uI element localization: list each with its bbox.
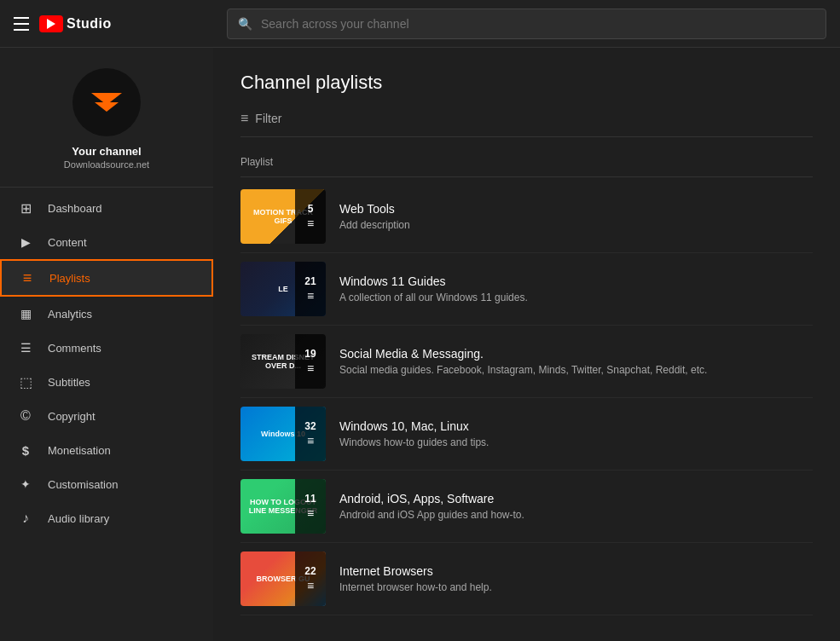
- playlist-desc-browsers: Internet browser how-to and help.: [339, 581, 813, 593]
- count-lines-icon: ≡: [307, 434, 314, 448]
- channel-info: Your channel Downloadsource.net: [0, 48, 213, 183]
- playlist-desc-social-media: Social media guides. Facebook, Instagram…: [339, 364, 813, 376]
- count-number: 32: [304, 420, 316, 432]
- playlist-info-browsers: Internet Browsers Internet browser how-t…: [339, 564, 813, 593]
- count-lines-icon: ≡: [307, 506, 314, 520]
- studio-text: Studio: [67, 16, 112, 32]
- count-number: 19: [304, 348, 316, 360]
- layout: Your channel Downloadsource.net Dashboar…: [0, 48, 840, 641]
- filter-label: Filter: [255, 112, 281, 125]
- content-icon: [17, 234, 34, 251]
- sidebar-item-label-audio: Audio library: [48, 512, 109, 525]
- sidebar-item-label-dashboard: Dashboard: [48, 202, 102, 215]
- playlist-name-browsers: Internet Browsers: [339, 564, 813, 578]
- playlist-desc-web-tools: Add description: [339, 219, 813, 231]
- subtitles-icon: [17, 373, 34, 390]
- playlist-name-windows-11: Windows 11 Guides: [339, 274, 813, 288]
- playlist-thumb-android: HOW TO LOGOUT LINE MESSENGER 11 ≡: [240, 479, 326, 534]
- playlist-item-browsers[interactable]: BROWSER GU 22 ≡ Internet Browsers Intern…: [240, 543, 813, 615]
- sidebar-item-label-copyright: Copyright: [48, 410, 96, 423]
- filter-bar[interactable]: ≡ Filter: [240, 111, 813, 137]
- comments-icon: [17, 339, 34, 356]
- count-lines-icon: ≡: [307, 289, 314, 303]
- channel-url: Downloadsource.net: [64, 159, 149, 170]
- analytics-icon: [17, 305, 34, 322]
- avatar[interactable]: [72, 68, 141, 136]
- search-input[interactable]: [261, 17, 815, 31]
- sidebar: Your channel Downloadsource.net Dashboar…: [0, 48, 213, 641]
- sidebar-item-playlists[interactable]: Playlists: [0, 259, 213, 297]
- thumb-count-browsers: 22 ≡: [295, 551, 326, 606]
- sidebar-item-customisation[interactable]: Customisation: [0, 467, 213, 501]
- sidebar-item-comments[interactable]: Comments: [0, 331, 213, 365]
- playlist-thumb-windows-11: LE 21 ≡: [240, 262, 326, 316]
- playlist-item-windows-10[interactable]: Windows 10 32 ≡ Windows 10, Mac, Linux W…: [240, 398, 813, 471]
- youtube-logo-icon: [39, 15, 63, 32]
- sidebar-item-label-comments: Comments: [48, 342, 101, 355]
- sidebar-item-subtitles[interactable]: Subtitles: [0, 365, 213, 399]
- playlist-thumb-social-media: STREAM DISNEY OVER D... 19 ≡: [240, 334, 326, 389]
- sidebar-item-copyright[interactable]: Copyright: [0, 399, 213, 433]
- hamburger-menu[interactable]: [14, 17, 29, 31]
- count-number: 22: [304, 565, 316, 577]
- playlist-info-web-tools: Web Tools Add description: [339, 202, 813, 231]
- customisation-icon: [17, 476, 34, 493]
- avatar-icon: [91, 93, 122, 112]
- sidebar-item-analytics[interactable]: Analytics: [0, 297, 213, 331]
- search-bar[interactable]: 🔍: [227, 9, 826, 39]
- count-lines-icon: ≡: [307, 579, 314, 592]
- playlist-desc-windows-10: Windows how-to guides and tips.: [339, 436, 813, 448]
- playlist-name-android: Android, iOS, Apps, Software: [339, 492, 813, 505]
- playlist-desc-windows-11: A collection of all our Windows 11 guide…: [339, 292, 813, 303]
- monetisation-icon: [17, 442, 34, 459]
- dashboard-icon: [17, 199, 34, 217]
- topbar: Studio 🔍: [0, 0, 840, 48]
- chevron-icon-2: [95, 102, 119, 112]
- page-title: Channel playlists: [240, 72, 813, 94]
- sidebar-item-label-monetisation: Monetisation: [48, 444, 111, 457]
- table-header: Playlist: [240, 151, 813, 177]
- thumb-count-web-tools: 5 ≡: [295, 189, 326, 244]
- main-content: Channel playlists ≡ Filter Playlist MOTI…: [213, 48, 840, 641]
- count-lines-icon: ≡: [307, 217, 314, 230]
- sidebar-item-audio-library[interactable]: Audio library: [0, 501, 213, 535]
- channel-name: Your channel: [72, 145, 141, 158]
- playlist-item-web-tools[interactable]: MOTION TRACK GIFS 5 ≡ Web Tools Add desc…: [240, 181, 813, 253]
- filter-icon: ≡: [240, 111, 248, 126]
- playlist-name-web-tools: Web Tools: [339, 202, 813, 216]
- playlists-icon: [19, 269, 36, 286]
- sidebar-item-content[interactable]: Content: [0, 225, 213, 259]
- playlist-item-windows-11[interactable]: LE 21 ≡ Windows 11 Guides A collection o…: [240, 253, 813, 326]
- playlist-info-windows-10: Windows 10, Mac, Linux Windows how-to gu…: [339, 419, 813, 448]
- playlist-info-android: Android, iOS, Apps, Software Android and…: [339, 492, 813, 521]
- sidebar-item-monetisation[interactable]: Monetisation: [0, 433, 213, 467]
- playlist-desc-android: Android and iOS App guides and how-to.: [339, 509, 813, 521]
- nav-divider-top: [0, 187, 213, 188]
- playlist-item-android[interactable]: HOW TO LOGOUT LINE MESSENGER 11 ≡ Androi…: [240, 471, 813, 543]
- audio-icon: [17, 510, 34, 527]
- sidebar-item-label-analytics: Analytics: [48, 308, 92, 320]
- thumb-count-android: 11 ≡: [295, 479, 326, 534]
- playlist-name-social-media: Social Media & Messaging.: [339, 347, 813, 361]
- sidebar-item-label-content: Content: [48, 236, 87, 249]
- playlist-thumb-browsers: BROWSER GU 22 ≡: [240, 551, 326, 606]
- playlist-item-social-media[interactable]: STREAM DISNEY OVER D... 19 ≡ Social Medi…: [240, 326, 813, 398]
- column-header-playlist: Playlist: [240, 156, 273, 168]
- topbar-left: Studio: [14, 15, 227, 32]
- playlist-info-social-media: Social Media & Messaging. Social media g…: [339, 347, 813, 376]
- search-icon: 🔍: [238, 17, 252, 31]
- sidebar-item-label-playlists: Playlists: [49, 272, 90, 285]
- thumb-count-social-media: 19 ≡: [295, 334, 326, 389]
- playlist-list: MOTION TRACK GIFS 5 ≡ Web Tools Add desc…: [240, 181, 813, 615]
- sidebar-item-dashboard[interactable]: Dashboard: [0, 191, 213, 225]
- copyright-icon: [17, 407, 34, 424]
- playlist-thumb-web-tools: MOTION TRACK GIFS 5 ≡: [240, 189, 326, 244]
- sidebar-item-label-customisation: Customisation: [48, 478, 118, 491]
- thumb-count-windows-11: 21 ≡: [295, 262, 326, 316]
- playlist-name-windows-10: Windows 10, Mac, Linux: [339, 419, 813, 433]
- playlist-info-windows-11: Windows 11 Guides A collection of all ou…: [339, 274, 813, 303]
- count-number: 21: [304, 275, 316, 287]
- count-number: 5: [308, 203, 314, 215]
- playlist-thumb-windows-10: Windows 10 32 ≡: [240, 407, 326, 461]
- count-lines-icon: ≡: [307, 361, 314, 375]
